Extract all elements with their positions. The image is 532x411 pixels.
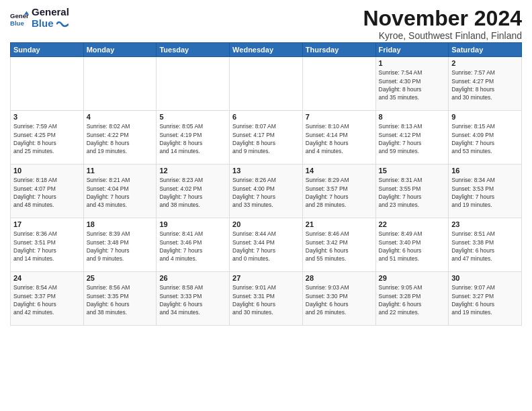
day-info: Sunrise: 8:51 AM Sunset: 3:38 PM Dayligh… bbox=[451, 230, 519, 263]
week-row-4: 24Sunrise: 8:54 AM Sunset: 3:37 PM Dayli… bbox=[11, 272, 522, 326]
table-row: 29Sunrise: 9:05 AM Sunset: 3:28 PM Dayli… bbox=[375, 272, 449, 326]
table-row: 1Sunrise: 7:54 AM Sunset: 4:30 PM Daylig… bbox=[375, 57, 449, 111]
table-row: 21Sunrise: 8:46 AM Sunset: 3:42 PM Dayli… bbox=[302, 218, 375, 272]
day-number: 21 bbox=[306, 220, 373, 228]
day-info: Sunrise: 8:36 AM Sunset: 3:51 PM Dayligh… bbox=[13, 230, 81, 263]
table-row bbox=[302, 57, 375, 111]
day-info: Sunrise: 9:07 AM Sunset: 3:27 PM Dayligh… bbox=[451, 283, 519, 316]
table-row: 25Sunrise: 8:56 AM Sunset: 3:35 PM Dayli… bbox=[83, 272, 157, 326]
day-info: Sunrise: 8:58 AM Sunset: 3:33 PM Dayligh… bbox=[159, 283, 226, 316]
table-row: 8Sunrise: 8:13 AM Sunset: 4:12 PM Daylig… bbox=[375, 111, 449, 165]
day-info: Sunrise: 8:10 AM Sunset: 4:14 PM Dayligh… bbox=[306, 122, 373, 155]
day-info: Sunrise: 8:15 AM Sunset: 4:09 PM Dayligh… bbox=[451, 122, 519, 155]
day-info: Sunrise: 8:21 AM Sunset: 4:04 PM Dayligh… bbox=[87, 176, 154, 209]
table-row: 10Sunrise: 8:18 AM Sunset: 4:07 PM Dayli… bbox=[11, 165, 84, 218]
day-number: 7 bbox=[306, 113, 373, 121]
day-number: 9 bbox=[451, 113, 519, 121]
day-number: 2 bbox=[451, 59, 519, 67]
col-sunday: Sunday bbox=[11, 43, 84, 57]
logo-general: General bbox=[32, 7, 69, 18]
day-number: 18 bbox=[87, 220, 154, 228]
table-row: 11Sunrise: 8:21 AM Sunset: 4:04 PM Dayli… bbox=[83, 165, 157, 218]
day-info: Sunrise: 8:49 AM Sunset: 3:40 PM Dayligh… bbox=[379, 230, 446, 263]
day-info: Sunrise: 7:57 AM Sunset: 4:27 PM Dayligh… bbox=[451, 68, 519, 101]
day-number: 19 bbox=[159, 220, 226, 228]
col-monday: Monday bbox=[83, 43, 157, 57]
table-row: 24Sunrise: 8:54 AM Sunset: 3:37 PM Dayli… bbox=[11, 272, 84, 326]
day-info: Sunrise: 9:03 AM Sunset: 3:30 PM Dayligh… bbox=[306, 283, 373, 316]
day-info: Sunrise: 8:02 AM Sunset: 4:22 PM Dayligh… bbox=[87, 122, 154, 155]
table-row: 23Sunrise: 8:51 AM Sunset: 3:38 PM Dayli… bbox=[449, 218, 522, 272]
table-row: 12Sunrise: 8:23 AM Sunset: 4:02 PM Dayli… bbox=[157, 165, 230, 218]
table-row bbox=[230, 57, 303, 111]
table-row: 2Sunrise: 7:57 AM Sunset: 4:27 PM Daylig… bbox=[449, 57, 522, 111]
col-wednesday: Wednesday bbox=[230, 43, 303, 57]
logo-icon: General Blue bbox=[10, 9, 29, 28]
day-number: 6 bbox=[232, 113, 300, 121]
col-tuesday: Tuesday bbox=[157, 43, 230, 57]
day-info: Sunrise: 8:26 AM Sunset: 4:00 PM Dayligh… bbox=[232, 176, 300, 209]
table-row: 22Sunrise: 8:49 AM Sunset: 3:40 PM Dayli… bbox=[375, 218, 449, 272]
day-number: 13 bbox=[232, 167, 300, 175]
col-saturday: Saturday bbox=[449, 43, 522, 57]
day-number: 22 bbox=[379, 220, 446, 228]
table-row bbox=[11, 57, 84, 111]
month-title: November 2024 bbox=[363, 7, 522, 30]
day-info: Sunrise: 9:01 AM Sunset: 3:31 PM Dayligh… bbox=[232, 283, 300, 316]
day-info: Sunrise: 8:54 AM Sunset: 3:37 PM Dayligh… bbox=[13, 283, 81, 316]
title-block: November 2024 Kyroe, Southwest Finland, … bbox=[363, 7, 522, 41]
logo-wave-icon bbox=[56, 20, 69, 28]
week-row-0: 1Sunrise: 7:54 AM Sunset: 4:30 PM Daylig… bbox=[11, 57, 522, 111]
location-subtitle: Kyroe, Southwest Finland, Finland bbox=[363, 30, 522, 41]
day-number: 23 bbox=[451, 220, 519, 228]
table-row: 5Sunrise: 8:05 AM Sunset: 4:19 PM Daylig… bbox=[157, 111, 230, 165]
day-info: Sunrise: 8:44 AM Sunset: 3:44 PM Dayligh… bbox=[232, 230, 300, 263]
day-number: 17 bbox=[13, 220, 81, 228]
day-number: 24 bbox=[13, 274, 81, 282]
day-info: Sunrise: 9:05 AM Sunset: 3:28 PM Dayligh… bbox=[379, 283, 446, 316]
header-row: Sunday Monday Tuesday Wednesday Thursday… bbox=[11, 43, 522, 57]
day-number: 3 bbox=[13, 113, 81, 121]
day-info: Sunrise: 8:56 AM Sunset: 3:35 PM Dayligh… bbox=[87, 283, 154, 316]
table-row: 4Sunrise: 8:02 AM Sunset: 4:22 PM Daylig… bbox=[83, 111, 157, 165]
day-info: Sunrise: 8:23 AM Sunset: 4:02 PM Dayligh… bbox=[159, 176, 226, 209]
svg-text:Blue: Blue bbox=[10, 19, 24, 26]
day-number: 1 bbox=[379, 59, 446, 67]
day-number: 11 bbox=[87, 167, 154, 175]
day-number: 26 bbox=[159, 274, 226, 282]
page: General Blue General Blue November 2024 … bbox=[0, 0, 532, 332]
table-row: 28Sunrise: 9:03 AM Sunset: 3:30 PM Dayli… bbox=[302, 272, 375, 326]
week-row-1: 3Sunrise: 7:59 AM Sunset: 4:25 PM Daylig… bbox=[11, 111, 522, 165]
day-number: 14 bbox=[306, 167, 373, 175]
day-number: 8 bbox=[379, 113, 446, 121]
day-info: Sunrise: 8:31 AM Sunset: 3:55 PM Dayligh… bbox=[379, 176, 446, 209]
day-number: 10 bbox=[13, 167, 81, 175]
day-info: Sunrise: 8:29 AM Sunset: 3:57 PM Dayligh… bbox=[306, 176, 373, 209]
logo: General Blue General Blue bbox=[10, 7, 69, 29]
table-row: 13Sunrise: 8:26 AM Sunset: 4:00 PM Dayli… bbox=[230, 165, 303, 218]
day-info: Sunrise: 8:13 AM Sunset: 4:12 PM Dayligh… bbox=[379, 122, 446, 155]
day-info: Sunrise: 7:54 AM Sunset: 4:30 PM Dayligh… bbox=[379, 68, 446, 101]
day-number: 4 bbox=[87, 113, 154, 121]
table-row: 27Sunrise: 9:01 AM Sunset: 3:31 PM Dayli… bbox=[230, 272, 303, 326]
day-info: Sunrise: 8:41 AM Sunset: 3:46 PM Dayligh… bbox=[159, 230, 226, 263]
col-thursday: Thursday bbox=[302, 43, 375, 57]
day-info: Sunrise: 8:46 AM Sunset: 3:42 PM Dayligh… bbox=[306, 230, 373, 263]
day-number: 15 bbox=[379, 167, 446, 175]
table-row bbox=[157, 57, 230, 111]
day-info: Sunrise: 8:34 AM Sunset: 3:53 PM Dayligh… bbox=[451, 176, 519, 209]
day-number: 30 bbox=[451, 274, 519, 282]
day-number: 27 bbox=[232, 274, 300, 282]
table-row: 16Sunrise: 8:34 AM Sunset: 3:53 PM Dayli… bbox=[449, 165, 522, 218]
table-row: 14Sunrise: 8:29 AM Sunset: 3:57 PM Dayli… bbox=[302, 165, 375, 218]
calendar-table: Sunday Monday Tuesday Wednesday Thursday… bbox=[10, 42, 522, 326]
logo-blue: Blue bbox=[32, 18, 69, 30]
day-info: Sunrise: 8:18 AM Sunset: 4:07 PM Dayligh… bbox=[13, 176, 81, 209]
table-row bbox=[83, 57, 157, 111]
table-row: 20Sunrise: 8:44 AM Sunset: 3:44 PM Dayli… bbox=[230, 218, 303, 272]
header: General Blue General Blue November 2024 … bbox=[10, 7, 522, 41]
day-number: 5 bbox=[159, 113, 226, 121]
day-number: 20 bbox=[232, 220, 300, 228]
week-row-2: 10Sunrise: 8:18 AM Sunset: 4:07 PM Dayli… bbox=[11, 165, 522, 218]
table-row: 6Sunrise: 8:07 AM Sunset: 4:17 PM Daylig… bbox=[230, 111, 303, 165]
